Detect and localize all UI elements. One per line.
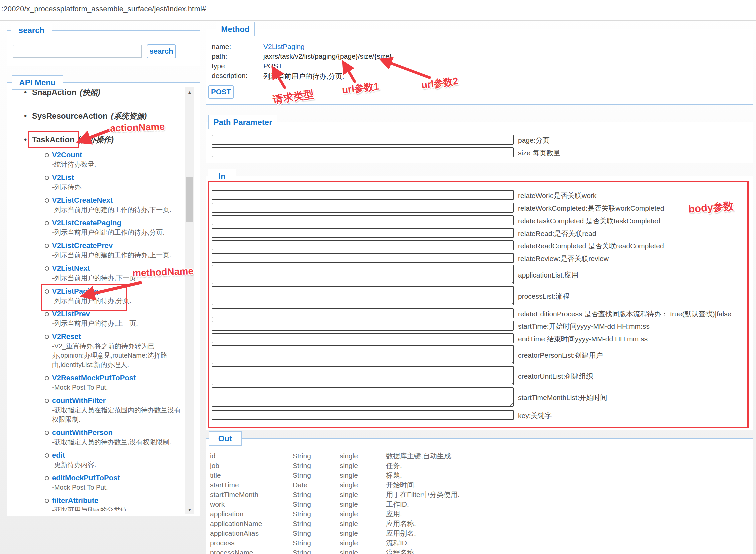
method-description: -Mock Post To Put. [52,383,184,392]
menu-method-V2ListPaging: V2ListPaging-列示当前用户的待办,分页. [32,286,184,305]
out-field-name: title [210,470,293,480]
method-link-countWithPerson[interactable]: countWithPerson [52,428,113,437]
method-description-label: description: [212,72,247,80]
out-field-description: 用于在Filter中分类使用. [386,490,747,499]
method-link-edit[interactable]: edit [52,451,65,460]
method-link-V2ListPrev[interactable]: V2ListPrev [52,309,90,319]
menu-group-note: (系统资源) [111,112,147,120]
method-description: -获取指定人员的待办数量,没有权限限制. [52,437,184,447]
circle-bullet-icon [45,431,49,435]
in-field-creatorPersonList[interactable] [212,345,514,364]
method-link-V2ListNext[interactable]: V2ListNext [52,264,90,273]
search-panel-legend: search [11,23,52,37]
in-field-label-processList: processList:流程 [518,291,569,301]
out-field-description: 流程ID. [386,538,747,548]
out-row-job: jobStringsingle任务. [210,461,747,470]
search-input[interactable] [13,45,142,58]
circle-bullet-icon [45,476,49,480]
out-field-type: String [293,490,340,499]
in-field-startTimeMonthList[interactable] [212,387,514,406]
in-field-relateEditionProcess[interactable] [212,308,514,318]
out-field-description: 应用别名. [386,528,747,538]
menu-method-editMockPutToPost: editMockPutToPost-Mock Post To Put. [32,473,184,492]
out-field-description: 应用名称. [386,519,747,528]
method-description: -列示当前用户创建的工作的待办,上一页. [52,251,184,260]
menu-group-name-SysResourceAction[interactable]: SysResourceAction [32,111,108,120]
out-field-name: applicationAlias [210,528,293,538]
method-link-filterAttribute[interactable]: filterAttribute [52,496,98,505]
in-field-relateTaskCompleted[interactable] [212,215,514,225]
method-description: -更新待办内容. [52,460,184,469]
page-param-input[interactable] [212,135,514,145]
method-link-V2ResetMockPutToPost[interactable]: V2ResetMockPutToPost [52,373,136,383]
menu-scrollbar[interactable]: ▲ ▼ [185,88,194,514]
method-link-V2Reset[interactable]: V2Reset [52,332,81,341]
in-field-relateWorkCompleted[interactable] [212,203,514,213]
in-field-key[interactable] [212,410,514,420]
in-field-endTime[interactable] [212,333,514,343]
out-field-type: String [293,548,340,554]
menu-group-name-TaskAction[interactable]: TaskAction [32,135,75,144]
search-button[interactable]: search [147,44,176,58]
menu-group-note: (快照) [80,88,100,97]
method-name-value[interactable]: V2ListPaging [264,43,305,51]
method-panel-legend: Method [216,22,255,36]
in-field-applicationList[interactable] [212,265,514,284]
in-field-creatorUnitList[interactable] [212,366,514,385]
method-link-V2ListCreatePrev[interactable]: V2ListCreatePrev [52,241,113,251]
method-description: -列示当前用户的待办,上一页. [52,319,184,328]
post-button[interactable]: POST [209,86,234,99]
out-field-name: application [210,509,293,519]
out-row-process: processStringsingle流程ID. [210,538,747,548]
method-link-V2Count[interactable]: V2Count [52,151,82,160]
method-description: -列示当前用户的待办,分页. [52,296,184,305]
scroll-up-icon[interactable]: ▲ [185,88,194,97]
jest-api-page: :20020/x_processplatform_assemble_surfac… [0,0,756,554]
in-field-startTime[interactable] [212,321,514,331]
method-description: -列示当前用户创建的工作的待办,分页. [52,228,184,237]
in-field-label-creatorUnitList: creatorUnitList:创建组织 [518,372,593,381]
method-description: -列示待办. [52,182,184,192]
in-field-relateWork[interactable] [212,190,514,200]
out-field-multiplicity: single [340,461,386,470]
size-param-input[interactable] [212,148,514,157]
scrollbar-thumb[interactable] [186,177,193,222]
annotation-action-name: actionName [110,121,165,134]
out-field-multiplicity: single [340,528,386,538]
circle-bullet-icon [45,499,49,503]
circle-bullet-icon [45,267,49,271]
in-field-relateReview[interactable] [212,253,514,263]
method-link-V2List[interactable]: V2List [52,173,74,182]
in-field-processList[interactable] [212,286,514,305]
method-link-editMockPutToPost[interactable]: editMockPutToPost [52,473,120,483]
menu-method-V2List: V2List-列示待办. [32,173,184,192]
menu-method-V2Reset: V2Reset-V2_重置待办,将之前的待办转为已办,opinion:办理意见,… [32,332,184,369]
in-field-relateReadCompleted[interactable] [212,240,514,251]
in-field-label-creatorPersonList: creatorPersonList:创建用户 [518,350,602,360]
out-field-name: processName [210,548,293,554]
method-link-countWithFilter[interactable]: countWithFilter [52,396,106,405]
out-field-type: String [293,519,340,528]
method-link-V2ListPaging[interactable]: V2ListPaging [52,286,98,296]
out-field-description: 标题. [386,470,747,480]
method-description-value: 列示当前用户的待办,分页. [264,72,345,81]
menu-method-filterAttribute: filterAttribute-获取可用与filter的分类值 [32,496,184,511]
circle-bullet-icon [45,244,49,248]
size-param-label: size:每页数量 [518,149,560,158]
out-field-type: String [293,470,340,480]
out-row-processName: processNameStringsingle流程名称. [210,548,747,554]
method-link-V2ListCreatePaging[interactable]: V2ListCreatePaging [52,218,121,228]
method-description: -列示当前用户创建的工作的待办,下一页. [52,205,184,215]
circle-bullet-icon [45,176,49,180]
method-description: -V2_重置待办,将之前的待办转为已办,opinion:办理意见,routeNa… [52,341,184,369]
in-panel-legend: In [208,169,236,183]
menu-method-V2ListCreatePaging: V2ListCreatePaging-列示当前用户创建的工作的待办,分页. [32,218,184,237]
in-field-label-relateTaskCompleted: relateTaskCompleted:是否关联taskCompleted [518,216,660,226]
in-field-label-relateEditionProcess: relateEditionProcess:是否查找同版本流程待办： true(默… [518,309,731,319]
browser-url-bar: :20020/x_processplatform_assemble_surfac… [0,0,756,21]
out-field-type: String [293,461,340,470]
in-field-relateRead[interactable] [212,228,514,238]
method-link-V2ListCreateNext[interactable]: V2ListCreateNext [52,196,113,205]
scroll-down-icon[interactable]: ▼ [185,505,194,514]
out-field-multiplicity: single [340,519,386,528]
